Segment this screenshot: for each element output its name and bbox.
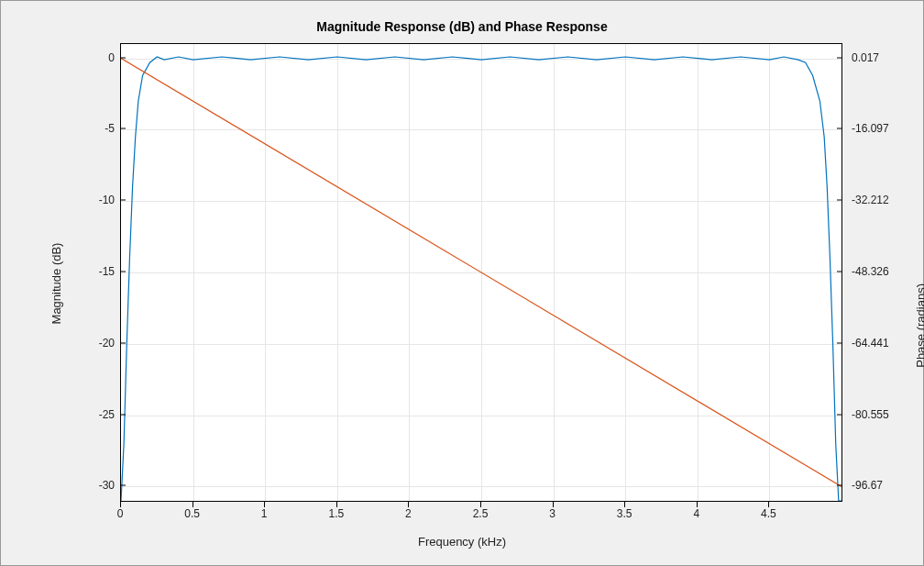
y-tick-label-right: -64.441 [852,337,907,350]
y-tick-label-left: -15 [78,265,115,278]
x-tick-label: 4.5 [761,507,776,520]
x-tick-label: 1 [261,507,268,520]
chart-title: Magnitude Response (dB) and Phase Respon… [1,19,923,34]
plot-lines [121,44,842,501]
x-tick-label: 1.5 [328,507,344,520]
y-tick-label-left: -10 [78,194,115,206]
axes[interactable] [120,43,842,502]
x-tick-label: 3 [549,507,556,520]
y-tick-label-right: 0.017 [852,51,907,64]
x-tick-label: 4 [693,507,699,520]
phase-line [121,59,842,487]
y-axis-label-right: Phase (radians) [915,283,925,368]
y-tick-label-right: -80.555 [852,408,907,421]
y-tick-label-right: -48.326 [852,265,907,278]
y-tick-label-left: 0 [78,51,115,64]
x-tick-label: 3.5 [617,507,632,520]
magnitude-line [121,57,842,501]
x-tick-label: 0.5 [184,507,200,520]
x-axis-label: Frequency (kHz) [1,535,923,549]
y-tick-label-right: -16.097 [852,122,907,135]
y-tick-label-left: -25 [78,408,115,421]
x-tick-label: 2 [405,507,412,520]
y-tick-label-left: -20 [78,337,115,350]
x-tick-label: 0 [117,507,124,520]
x-tick-label: 2.5 [473,507,489,520]
y-tick-label-right: -32.212 [852,194,907,206]
y-tick-label-left: -5 [78,122,115,135]
figure-window: Magnitude Response (dB) and Phase Respon… [0,0,924,566]
y-tick-label-right: -96.67 [852,479,907,492]
y-tick-label-left: -30 [78,479,115,492]
y-axis-label-left: Magnitude (dB) [50,242,63,324]
